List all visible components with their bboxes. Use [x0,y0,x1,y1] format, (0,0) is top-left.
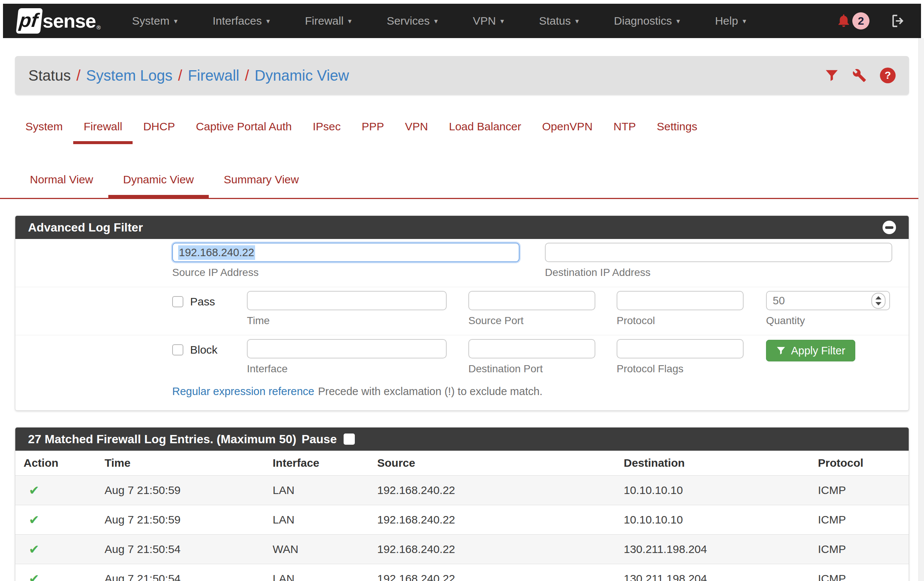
block-check-group: Block [172,343,247,356]
top-navbar: pf sense ® System ▾ Interfaces ▾ Firewal… [3,4,921,38]
source-ip-input[interactable]: 192.168.240.22 [172,243,520,262]
time-label: Time [247,315,447,327]
firewall-log-panel: 27 Matched Firewall Log Entries. (Maximu… [15,427,909,581]
menu-diagnostics[interactable]: Diagnostics ▾ [614,15,680,27]
interface-field: Interface [247,339,447,375]
tab-load-balancer[interactable]: Load Balancer [439,118,531,144]
tab-dynamic-view[interactable]: Dynamic View [108,171,209,199]
time-input[interactable] [247,291,447,310]
menu-firewall[interactable]: Firewall ▾ [305,15,351,27]
col-interface: Interface [264,451,368,476]
cell-interface: LAN [264,476,368,505]
cell-time: Aug 7 21:50:54 [96,564,264,581]
spinner-arrows-icon[interactable] [871,293,886,309]
breadcrumb-link-dynamic-view[interactable]: Dynamic View [255,67,349,84]
menu-vpn[interactable]: VPN ▾ [473,15,504,27]
protocol-flags-input[interactable] [617,339,744,358]
menu-diagnostics-label: Diagnostics [614,15,672,27]
apply-filter-button[interactable]: Apply Filter [766,340,855,361]
tab-settings[interactable]: Settings [647,118,708,144]
pass-label: Pass [190,295,215,308]
menu-firewall-label: Firewall [305,15,343,27]
menu-help-label: Help [715,15,738,27]
filter-panel-header: Advanced Log Filter [15,216,909,239]
notifications-button[interactable]: 2 [836,12,870,30]
protocol-field: Protocol [617,291,744,327]
log-panel-title-group: 27 Matched Firewall Log Entries. (Maximu… [28,432,355,446]
quantity-stepper[interactable]: 50 [766,291,890,310]
protocol-input[interactable] [617,291,744,310]
arrow-up-icon [875,296,881,299]
chevron-down-icon: ▾ [742,17,746,25]
pass-action-icon[interactable]: ✔ [24,542,40,557]
cell-source: 192.168.240.22 [368,505,615,535]
quantity-field: 50 Quantity [766,291,890,327]
cell-protocol: ICMP [809,505,909,535]
menu-status[interactable]: Status ▾ [539,15,579,27]
breadcrumb-link-system-logs[interactable]: System Logs [86,67,173,84]
tab-captive-portal-auth[interactable]: Captive Portal Auth [185,118,302,144]
tab-firewall[interactable]: Firewall [73,118,133,144]
source-port-label: Source Port [469,315,595,327]
block-label: Block [190,343,217,356]
tab-dhcp[interactable]: DHCP [133,118,185,144]
menu-services[interactable]: Services ▾ [386,15,438,27]
arrow-down-icon [875,302,881,305]
protocol-label: Protocol [617,315,744,327]
menu-vpn-label: VPN [473,15,496,27]
apply-filter-field: Apply Filter [766,339,890,361]
tab-normal-view[interactable]: Normal View [15,171,108,199]
chevron-down-icon: ▾ [575,17,579,25]
chevron-down-icon: ▾ [348,17,352,25]
menu-interfaces[interactable]: Interfaces ▾ [213,15,270,27]
chevron-down-icon: ▾ [676,17,680,25]
tab-ppp[interactable]: PPP [351,118,394,144]
breadcrumb-link-firewall[interactable]: Firewall [188,67,239,84]
pass-action-icon[interactable]: ✔ [24,483,40,498]
pfsense-logo[interactable]: pf sense ® [17,8,101,34]
col-action: Action [15,451,96,476]
interface-input[interactable] [247,339,447,358]
regex-reference-link[interactable]: Regular expression reference [172,385,314,398]
pfsense-logo-pf: pf [16,8,43,34]
protocol-flags-label: Protocol Flags [617,363,744,375]
regex-note-row: Regular expression reference Precede wit… [15,383,909,410]
table-row: ✔ Aug 7 21:50:54 LAN 192.168.240.22 130.… [15,564,909,581]
cell-source: 192.168.240.22 [368,535,615,564]
source-port-input[interactable] [469,291,595,310]
wrench-icon[interactable] [852,68,866,83]
pass-action-icon[interactable]: ✔ [24,571,40,581]
col-protocol: Protocol [809,451,909,476]
tab-summary-view[interactable]: Summary View [209,171,314,199]
scrollbar[interactable] [918,38,924,581]
tab-ipsec[interactable]: IPsec [302,118,351,144]
help-icon[interactable]: ? [880,68,896,83]
pause-checkbox[interactable] [343,434,355,445]
filter-row-block: Block Interface Destination Port Protoco… [15,335,909,383]
destination-ip-input[interactable] [545,243,892,262]
menu-help[interactable]: Help ▾ [715,15,746,27]
destination-ip-label: Destination IP Address [545,267,892,279]
cell-interface: WAN [264,535,368,564]
pass-checkbox[interactable] [172,296,183,307]
sign-out-icon[interactable] [890,13,907,29]
tab-system[interactable]: System [15,118,73,144]
destination-port-input[interactable] [469,339,595,358]
breadcrumb-current: Status [28,67,71,84]
block-checkbox[interactable] [172,344,183,355]
source-ip-label: Source IP Address [172,267,520,279]
filter-icon[interactable] [825,68,839,83]
log-category-tabs: System Firewall DHCP Captive Portal Auth… [15,118,909,144]
pass-action-icon[interactable]: ✔ [24,512,40,527]
menu-system-label: System [132,15,170,27]
regex-note-text: Precede with exclamation (!) to exclude … [318,385,542,398]
cell-protocol: ICMP [809,476,909,505]
tab-openvpn[interactable]: OpenVPN [531,118,603,144]
menu-system[interactable]: System ▾ [132,15,178,27]
cell-destination: 10.10.10.10 [615,476,809,505]
tab-vpn[interactable]: VPN [394,118,439,144]
tab-ntp[interactable]: NTP [603,118,647,144]
source-ip-selected-text: 192.168.240.22 [178,245,255,260]
collapse-panel-icon[interactable] [883,221,896,234]
cell-destination: 10.10.10.10 [615,505,809,535]
